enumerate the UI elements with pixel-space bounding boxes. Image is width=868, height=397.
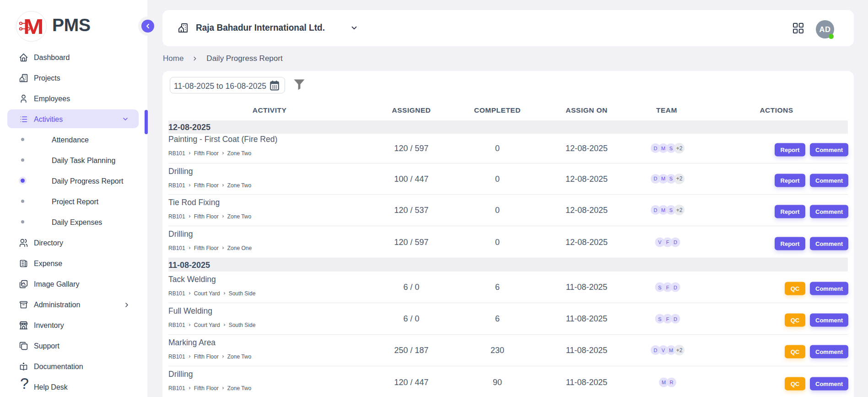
svg-text:M: M [23,15,44,38]
